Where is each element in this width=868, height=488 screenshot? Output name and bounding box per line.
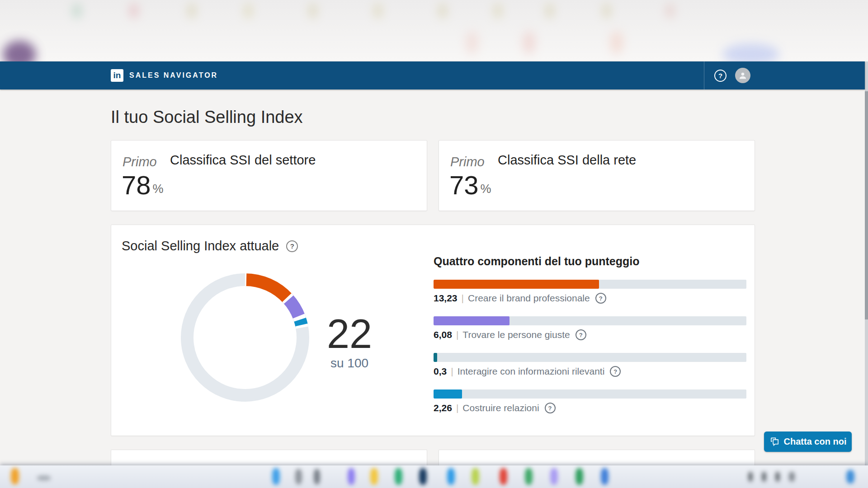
taskbar-icon[interactable] (576, 468, 583, 485)
component-people: 6,08 | Trovare le persone giuste ? (434, 316, 746, 340)
progress-track (434, 389, 746, 399)
rank-label: Primo (123, 155, 157, 169)
percent-sign: % (481, 182, 491, 196)
taskbar-icon[interactable] (11, 468, 19, 484)
blurred-tab-smudge (439, 4, 446, 18)
rank-card-title: Classifica SSI del settore (170, 153, 316, 168)
help-icon[interactable]: ? (576, 329, 586, 340)
rank-label: Primo (450, 155, 485, 169)
percent-sign: % (153, 182, 164, 196)
taskbar-icon[interactable] (348, 468, 355, 485)
blurred-right-smudge (722, 43, 779, 61)
scrollbar-thumb[interactable] (865, 91, 868, 319)
ssi-donut-container (180, 273, 310, 402)
header-divider (704, 61, 704, 89)
help-icon[interactable]: ? (714, 70, 726, 82)
blurred-tab-smudge (188, 4, 195, 18)
blurred-tab-smudge (546, 4, 553, 18)
help-icon[interactable]: ? (595, 293, 606, 304)
sales-navigator-header: in SALES NAVIGATOR ? (0, 61, 865, 89)
rank-percent-value: 78 (122, 172, 151, 198)
rank-card-title: Classifica SSI della rete (498, 153, 636, 168)
person-icon (738, 71, 747, 80)
taskbar-tray-icon[interactable] (748, 472, 753, 482)
blurred-toolbar-smudge (466, 31, 478, 54)
taskbar-icon[interactable] (419, 468, 427, 485)
chat-with-us-button[interactable]: Chatta con noi (764, 432, 852, 452)
blurred-tab-smudge (130, 4, 137, 18)
component-label: Interagire con informazioni rilevanti (458, 366, 605, 377)
ssi-industry-rank-card: Primo Classifica SSI del settore 78 % (111, 140, 427, 211)
separator: | (456, 329, 458, 340)
rank-percent-value: 73 (449, 172, 479, 198)
blurred-tab-smudge (309, 4, 316, 18)
help-icon[interactable]: ? (610, 366, 621, 377)
taskbar-icon[interactable] (314, 469, 320, 484)
partial-card (439, 450, 755, 468)
progress-fill (434, 389, 462, 399)
taskbar-tray-icon[interactable] (846, 470, 854, 483)
blurred-tab-smudge (494, 4, 501, 18)
separator: | (451, 366, 453, 377)
linkedin-logo-icon[interactable]: in (111, 69, 123, 82)
progress-fill (434, 316, 509, 325)
blurred-tab-smudge (603, 4, 610, 18)
taskbar-icon[interactable] (370, 468, 378, 485)
blurred-tab-smudge (666, 4, 674, 18)
progress-track (434, 353, 746, 362)
component-relationships: 2,26 | Costruire relazioni ? (434, 389, 746, 413)
ssi-card-title: Social Selling Index attuale (122, 239, 279, 253)
help-icon[interactable]: ? (286, 240, 298, 252)
ssi-donut-chart (180, 273, 310, 402)
avatar[interactable] (735, 68, 750, 83)
ssi-score: 22 (309, 314, 390, 354)
blurred-corner-smudge (3, 41, 36, 61)
browser-chrome-blurred (0, 0, 868, 61)
taskbar-tray-icon[interactable] (789, 472, 795, 482)
blurred-toolbar-smudge (610, 31, 623, 54)
chat-bubbles-icon (769, 436, 780, 447)
progress-fill (434, 280, 599, 289)
taskbar-blurred (0, 465, 868, 488)
taskbar-icon[interactable] (472, 468, 479, 485)
scrollbar-track[interactable] (865, 61, 868, 465)
taskbar-icon[interactable] (601, 468, 609, 485)
ssi-current-card: Social Selling Index attuale ? 22 su 100… (111, 225, 755, 436)
component-label: Costruire relazioni (462, 403, 539, 413)
ssi-network-rank-card: Primo Classifica SSI della rete 73 % (439, 140, 755, 211)
taskbar-tray-icon[interactable] (762, 472, 766, 482)
taskbar-icon (37, 475, 51, 481)
component-brand: 13,23 | Creare il brand professionale ? (434, 280, 746, 304)
blurred-tab-smudge (245, 4, 252, 18)
blurred-toolbar-smudge (523, 31, 535, 54)
blurred-tab-smudge (374, 4, 382, 18)
taskbar-icon[interactable] (272, 468, 280, 485)
product-name: SALES NAVIGATOR (129, 71, 218, 80)
component-value: 2,26 (434, 403, 452, 413)
component-value: 0,3 (434, 366, 447, 377)
taskbar-icon[interactable] (550, 468, 558, 485)
taskbar-tray-icon[interactable] (775, 472, 780, 482)
component-label: Trovare le persone giuste (462, 329, 570, 340)
component-value: 6,08 (434, 329, 452, 340)
progress-track (434, 316, 746, 325)
components-title: Quattro componenti del tuo punteggio (434, 255, 640, 268)
component-insights: 0,3 | Interagire con informazioni rileva… (434, 353, 746, 377)
help-icon[interactable]: ? (545, 403, 556, 413)
taskbar-icon[interactable] (447, 468, 455, 485)
component-value: 13,23 (434, 293, 458, 304)
progress-fill (434, 353, 437, 362)
ssi-score-suffix: su 100 (309, 356, 390, 371)
blurred-tab-smudge (73, 4, 80, 18)
separator: | (456, 403, 458, 413)
separator: | (462, 293, 464, 304)
page-title: Il tuo Social Selling Index (111, 108, 303, 127)
taskbar-icon[interactable] (525, 468, 533, 485)
taskbar-icon[interactable] (500, 468, 507, 485)
progress-track (434, 280, 746, 289)
component-label: Creare il brand professionale (468, 293, 590, 304)
chat-button-label: Chatta con noi (784, 436, 847, 447)
taskbar-icon[interactable] (295, 469, 302, 484)
score-components: Quattro componenti del tuo punteggio 13,… (434, 225, 746, 436)
taskbar-icon[interactable] (395, 468, 402, 485)
